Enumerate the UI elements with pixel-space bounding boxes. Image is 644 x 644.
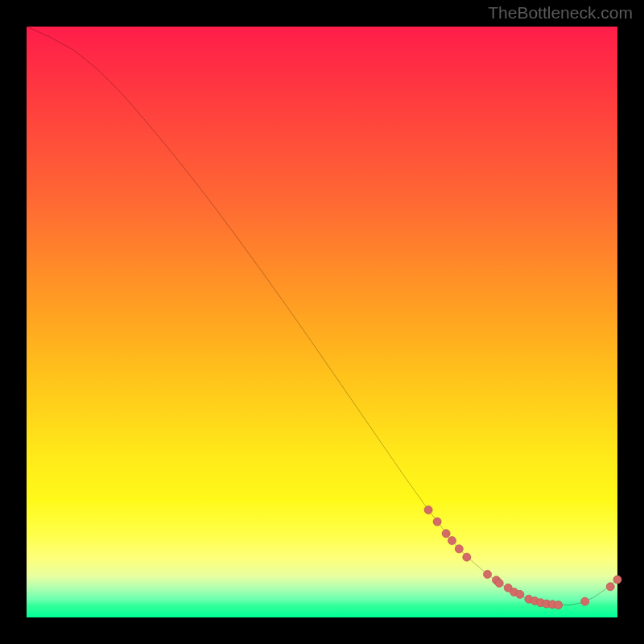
curve-marker	[613, 576, 621, 584]
curve-marker	[606, 583, 614, 591]
bottleneck-curve-svg	[27, 27, 617, 617]
curve-markers-group	[424, 506, 621, 609]
curve-marker	[495, 579, 503, 587]
curve-marker	[516, 590, 524, 598]
chart-plot-area	[27, 27, 617, 617]
bottleneck-curve-line	[27, 27, 617, 605]
curve-marker	[433, 518, 441, 526]
curve-marker	[463, 553, 471, 561]
curve-marker	[455, 545, 463, 553]
curve-marker	[555, 601, 563, 609]
attribution-label: TheBottleneck.com	[488, 3, 633, 23]
curve-marker	[424, 506, 432, 514]
curve-marker	[484, 570, 492, 578]
curve-marker	[448, 537, 456, 545]
curve-marker	[581, 597, 589, 605]
curve-marker	[442, 530, 450, 538]
